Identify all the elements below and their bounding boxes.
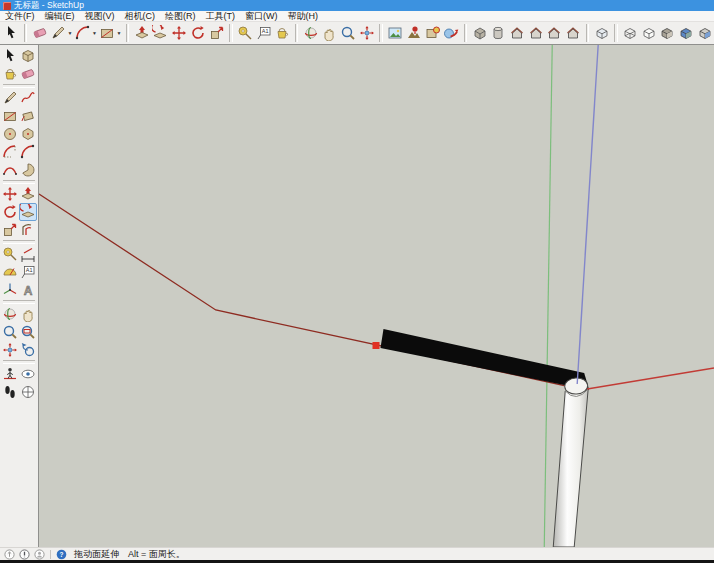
text-tool-button[interactable]: A1 <box>255 23 272 43</box>
previous-view-tool-icon <box>20 342 36 358</box>
axes-tool-button[interactable] <box>1 281 19 299</box>
left-view-button[interactable] <box>565 23 582 43</box>
black-beam-face[interactable] <box>380 329 589 390</box>
circle-tool-button[interactable] <box>1 125 19 143</box>
position-camera-tool-button[interactable] <box>1 365 19 383</box>
rectangle-tool-button[interactable] <box>1 107 19 125</box>
shaded-textures-style-button[interactable] <box>678 23 695 43</box>
orbit-tool-button[interactable] <box>302 23 319 43</box>
tape-measure-tool-button[interactable] <box>237 23 254 43</box>
walk-tool-button[interactable] <box>1 383 19 401</box>
pan-tool-button[interactable] <box>321 23 338 43</box>
make-component-tool-button[interactable] <box>19 47 37 65</box>
menu-item-window[interactable]: 窗口(W) <box>240 11 283 21</box>
follow-me-tool-button[interactable] <box>19 203 37 221</box>
zoom-window-tool-button[interactable] <box>19 323 37 341</box>
shaded-style-button[interactable] <box>659 23 676 43</box>
xray-style-button[interactable] <box>593 23 610 43</box>
tape-measure-tool-button[interactable] <box>1 245 19 263</box>
menu-item-draw[interactable]: 绘图(R) <box>160 11 201 21</box>
rotate-tool-icon <box>190 25 206 41</box>
dimension-tool-button[interactable] <box>19 245 37 263</box>
3d-text-tool-button[interactable]: A <box>19 281 37 299</box>
menu-item-tools[interactable]: 工具(T) <box>201 11 241 21</box>
toolbar-separator <box>24 24 28 42</box>
text-tool-button[interactable]: A1 <box>19 263 37 281</box>
dropdown-arrow-icon[interactable]: ▼ <box>92 30 97 36</box>
rotate-tool-button[interactable] <box>190 23 207 43</box>
title-bar: 无标题 - SketchUp <box>0 0 714 11</box>
credit-attribution-status-icon[interactable] <box>19 549 30 560</box>
move-tool-button[interactable] <box>1 185 19 203</box>
arc-tool-button[interactable]: ▼ <box>75 23 98 43</box>
top-view-button[interactable] <box>490 23 507 43</box>
dropdown-arrow-icon[interactable]: ▼ <box>67 30 72 36</box>
rectangle-tool-button[interactable]: ▼ <box>99 23 122 43</box>
front-view-button[interactable] <box>509 23 526 43</box>
help-icon[interactable]: ? <box>56 549 67 560</box>
back-view-button[interactable] <box>546 23 563 43</box>
add-location-tool-button[interactable] <box>387 23 404 43</box>
line-tool-button[interactable] <box>1 89 19 107</box>
position-camera-tool-icon <box>2 366 18 382</box>
zoom-tool-button[interactable] <box>340 23 357 43</box>
text-tool-icon: A1 <box>20 264 36 280</box>
orbit-tool-button[interactable] <box>1 305 19 323</box>
section-plane-tool-button[interactable] <box>19 383 37 401</box>
select-tool-button[interactable] <box>1 47 19 65</box>
select-tool-button[interactable] <box>3 23 20 43</box>
follow-me-tool-button[interactable] <box>152 23 169 43</box>
paint-bucket-tool-button[interactable] <box>274 23 291 43</box>
menu-item-edit[interactable]: 编辑(E) <box>40 11 80 21</box>
iso-view-button[interactable] <box>471 23 488 43</box>
three-point-arc-tool-button[interactable] <box>1 161 19 179</box>
zoom-tool-button[interactable] <box>1 323 19 341</box>
wireframe-style-button[interactable] <box>622 23 639 43</box>
push-pull-tool-button[interactable] <box>19 185 37 203</box>
palette-row <box>1 323 37 341</box>
menu-item-view[interactable]: 视图(V) <box>80 11 120 21</box>
toggle-terrain-tool-button[interactable] <box>406 23 423 43</box>
zoom-extents-tool-button[interactable] <box>358 23 375 43</box>
look-around-tool-button[interactable] <box>19 365 37 383</box>
hidden-line-style-button[interactable] <box>640 23 657 43</box>
push-pull-tool-button[interactable] <box>133 23 150 43</box>
zoom-extents-tool-button[interactable] <box>1 341 19 359</box>
arc-tool-button[interactable] <box>1 143 19 161</box>
menu-item-file[interactable]: 文件(F) <box>0 11 40 21</box>
back-view-icon <box>546 25 562 41</box>
scale-tool-button[interactable] <box>208 23 225 43</box>
pan-tool-button[interactable] <box>19 305 37 323</box>
previous-view-tool-button[interactable] <box>19 341 37 359</box>
right-view-button[interactable] <box>527 23 544 43</box>
menu-item-camera[interactable]: 相机(C) <box>120 11 161 21</box>
geolocation-status-icon[interactable] <box>4 549 15 560</box>
dropdown-arrow-icon[interactable]: ▼ <box>116 30 121 36</box>
eraser-tool-button[interactable] <box>31 23 48 43</box>
select-tool-icon <box>2 48 18 64</box>
two-point-arc-tool-button[interactable] <box>19 143 37 161</box>
paint-bucket-tool-button[interactable] <box>1 65 19 83</box>
rotated-rectangle-tool-button[interactable] <box>19 107 37 125</box>
follow-me-tool-icon <box>152 25 168 41</box>
eraser-tool-button[interactable] <box>19 65 37 83</box>
cylinder-body[interactable] <box>553 389 588 547</box>
offset-tool-button[interactable] <box>19 221 37 239</box>
freehand-tool-button[interactable] <box>19 89 37 107</box>
line-tool-button[interactable]: ▼ <box>50 23 73 43</box>
polygon-tool-button[interactable] <box>19 125 37 143</box>
scale-tool-button[interactable] <box>1 221 19 239</box>
rotate-tool-button[interactable] <box>1 203 19 221</box>
monochrome-style-button[interactable] <box>696 23 713 43</box>
sign-in-status-icon[interactable] <box>34 549 45 560</box>
two-point-arc-tool-icon <box>20 144 36 160</box>
preview-in-earth-tool-button[interactable] <box>443 23 460 43</box>
pie-tool-button[interactable] <box>19 161 37 179</box>
arc-tool-icon <box>75 25 91 41</box>
move-tool-button[interactable] <box>171 23 188 43</box>
protractor-tool-button[interactable] <box>1 263 19 281</box>
photo-textures-tool-button[interactable] <box>424 23 441 43</box>
zoom-extents-tool-icon <box>359 25 375 41</box>
drawing-canvas[interactable] <box>38 45 714 547</box>
menu-item-help[interactable]: 帮助(H) <box>283 11 324 21</box>
